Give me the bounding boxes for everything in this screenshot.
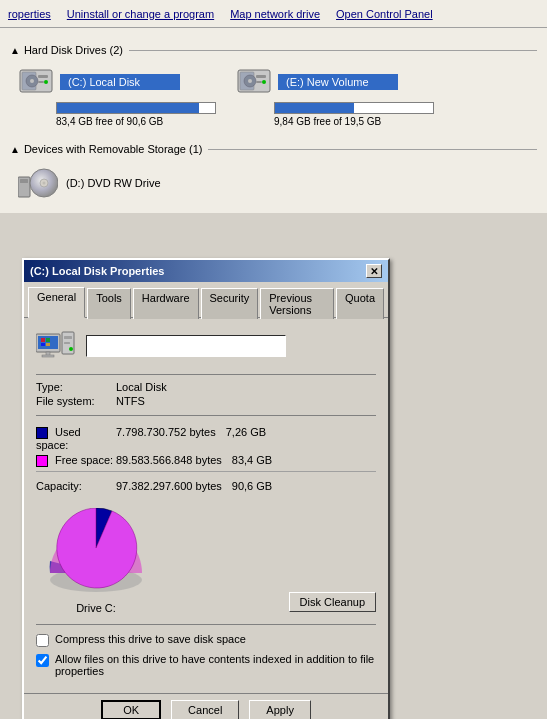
dialog-title: (C:) Local Disk Properties (30, 265, 164, 277)
svg-rect-5 (38, 81, 44, 83)
svg-rect-28 (64, 336, 72, 339)
used-color-box (36, 427, 48, 439)
hard-drives-container: (C:) Local Disk 83,4 GB free of 90,6 GB (10, 62, 537, 135)
dialog-tabs: General Tools Hardware Security Previous… (24, 282, 388, 317)
svg-rect-15 (20, 179, 28, 183)
drive-c-bar-fill (57, 103, 199, 113)
pie-cleanup-row: Drive C: Disk Cleanup (36, 498, 376, 620)
pie-chart (36, 508, 156, 598)
used-space-label: Used space: (36, 426, 116, 451)
prop-filesystem-value: NTFS (116, 395, 145, 407)
ok-button[interactable]: OK (101, 700, 161, 719)
divider (36, 471, 376, 472)
drive-c-bar (56, 102, 216, 114)
drive-c-free: 83,4 GB free of 90,6 GB (56, 116, 163, 127)
svg-rect-22 (46, 338, 50, 342)
tab-tools[interactable]: Tools (87, 288, 131, 319)
tab-security[interactable]: Security (201, 288, 259, 319)
svg-rect-4 (38, 75, 48, 78)
checkbox-area: Compress this drive to save disk space A… (36, 624, 376, 677)
hdd-e-icon (236, 66, 272, 98)
pie-chart-container: Drive C: (36, 508, 156, 614)
svg-rect-11 (256, 75, 266, 78)
dvd-icon (18, 165, 58, 201)
used-space-row: Used space: 7.798.730.752 bytes 7,26 GB (36, 426, 376, 451)
svg-rect-24 (46, 343, 50, 346)
capacity-gb: 90,6 GB (232, 480, 272, 492)
removable-caret[interactable]: ▲ (10, 144, 20, 155)
drive-name-input[interactable] (86, 335, 286, 357)
tab-previous-versions[interactable]: Previous Versions (260, 288, 334, 319)
svg-rect-12 (256, 81, 262, 83)
cancel-button[interactable]: Cancel (171, 700, 239, 719)
drive-e[interactable]: (E:) New Volume 9,84 GB free of 19,5 GB (236, 66, 434, 127)
drive-e-header: (E:) New Volume (236, 66, 398, 98)
dialog-buttons: OK Cancel Apply (24, 693, 388, 719)
used-gb: 7,26 GB (226, 426, 266, 451)
drive-e-free: 9,84 GB free of 19,5 GB (274, 116, 381, 127)
dialog-close-button[interactable]: ✕ (366, 264, 382, 278)
capacity-label: Capacity: (36, 480, 116, 492)
apply-button[interactable]: Apply (249, 700, 311, 719)
prop-filesystem-label: File system: (36, 395, 116, 407)
capacity-row: Capacity: 97.382.297.600 bytes 90,6 GB (36, 476, 376, 492)
props-table: Type: Local Disk File system: NTFS (36, 374, 376, 416)
dialog-drive-icon (36, 328, 76, 364)
svg-point-13 (262, 80, 266, 84)
hard-disk-caret[interactable]: ▲ (10, 45, 20, 56)
compress-label: Compress this drive to save disk space (55, 633, 246, 645)
drive-c-label: (C:) Local Disk (60, 74, 180, 90)
hard-disk-section-header: ▲ Hard Disk Drives (2) (10, 44, 537, 56)
prop-type-value: Local Disk (116, 381, 167, 393)
disk-cleanup-button[interactable]: Disk Cleanup (289, 592, 376, 612)
prop-type-label: Type: (36, 381, 116, 393)
drive-e-label: (E:) New Volume (278, 74, 398, 90)
free-gb: 83,4 GB (232, 454, 272, 467)
hdd-c-icon (18, 66, 54, 98)
compress-checkbox[interactable] (36, 634, 49, 647)
tab-hardware[interactable]: Hardware (133, 288, 199, 319)
properties-link[interactable]: roperties (8, 8, 51, 20)
svg-point-18 (43, 182, 46, 185)
free-bytes: 89.583.566.848 bytes (116, 454, 222, 467)
prop-filesystem-row: File system: NTFS (36, 395, 376, 407)
svg-point-6 (44, 80, 48, 84)
drive-info-header (36, 328, 376, 364)
toolbar: roperties Uninstall or change a program … (0, 0, 547, 28)
drive-d[interactable]: (D:) DVD RW Drive (10, 161, 537, 205)
cleanup-button-container: Disk Cleanup (289, 592, 376, 612)
tab-general[interactable]: General (28, 287, 85, 318)
removable-section-header: ▲ Devices with Removable Storage (1) (10, 143, 537, 155)
svg-rect-20 (38, 336, 58, 349)
svg-rect-29 (64, 342, 70, 344)
dialog-titlebar: (C:) Local Disk Properties ✕ (24, 260, 388, 282)
free-space-label: Free space: (36, 454, 116, 467)
used-bytes: 7.798.730.752 bytes (116, 426, 216, 451)
svg-rect-26 (42, 355, 54, 357)
prop-type-row: Type: Local Disk (36, 381, 376, 393)
main-area: ▲ Hard Disk Drives (2) (C:) Local Disk (0, 28, 547, 213)
space-info: Used space: 7.798.730.752 bytes 7,26 GB … (36, 422, 376, 498)
index-label: Allow files on this drive to have conten… (55, 653, 376, 677)
compress-row: Compress this drive to save disk space (36, 633, 376, 647)
pie-label: Drive C: (76, 602, 116, 614)
drive-e-bar-fill (275, 103, 354, 113)
index-row: Allow files on this drive to have conten… (36, 653, 376, 677)
free-space-row: Free space: 89.583.566.848 bytes 83,4 GB (36, 454, 376, 467)
tab-quota[interactable]: Quota (336, 288, 384, 319)
free-color-box (36, 455, 48, 467)
open-control-panel-link[interactable]: Open Control Panel (336, 8, 433, 20)
dialog-content: Type: Local Disk File system: NTFS Used … (24, 317, 388, 693)
svg-point-30 (69, 347, 73, 351)
svg-point-3 (30, 79, 34, 83)
local-disk-properties-dialog: (C:) Local Disk Properties ✕ General Too… (22, 258, 390, 719)
svg-rect-21 (41, 338, 45, 342)
drive-e-bar (274, 102, 434, 114)
map-network-link[interactable]: Map network drive (230, 8, 320, 20)
svg-point-10 (248, 79, 252, 83)
drive-d-label: (D:) DVD RW Drive (66, 177, 161, 189)
uninstall-link[interactable]: Uninstall or change a program (67, 8, 214, 20)
index-checkbox[interactable] (36, 654, 49, 667)
capacity-bytes: 97.382.297.600 bytes (116, 480, 222, 492)
drive-c[interactable]: (C:) Local Disk 83,4 GB free of 90,6 GB (18, 66, 216, 127)
